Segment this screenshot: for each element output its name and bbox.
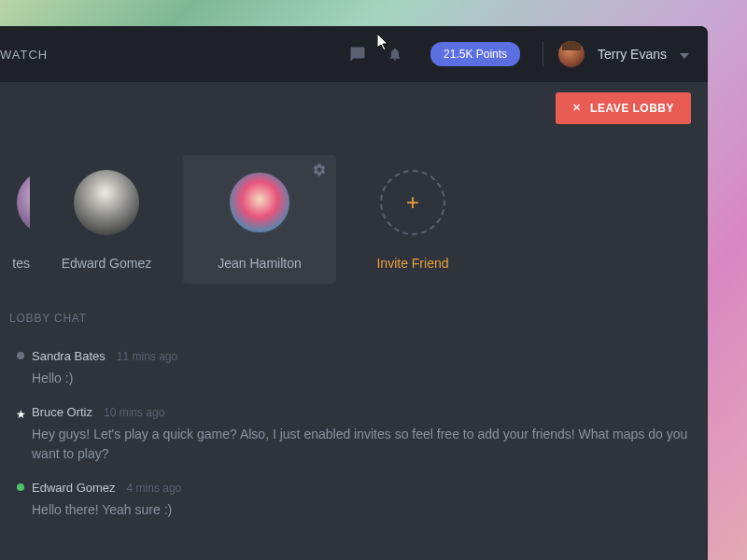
plus-icon: +	[406, 189, 419, 216]
message-text: Hey guys! Let's play a quick game? Also,…	[32, 425, 689, 464]
status-indicator	[9, 349, 32, 359]
bell-icon[interactable]	[386, 45, 404, 63]
player-avatar	[227, 170, 292, 235]
invite-label: Invite Friend	[376, 256, 448, 271]
player-name-fragment: tes	[12, 256, 30, 271]
app-panel: WATCH 21.5K Points Terry Evans ✕ LEAVE L…	[0, 26, 708, 560]
player-avatar	[74, 170, 139, 235]
players-row: tes Edward Gomez Jean Hamilton + Invite …	[0, 134, 708, 284]
message-text: Hello there! Yeah sure :)	[32, 500, 689, 520]
username-label: Terry Evans	[598, 47, 667, 62]
gear-icon[interactable]	[312, 162, 327, 181]
close-icon: ✕	[572, 102, 582, 114]
message-author: Edward Gomez	[32, 481, 116, 495]
leave-lobby-button[interactable]: ✕ LEAVE LOBBY	[556, 92, 691, 124]
status-indicator	[9, 481, 32, 491]
player-name: Edward Gomez	[62, 256, 151, 271]
player-avatar	[17, 170, 30, 235]
points-badge[interactable]: 21.5K Points	[430, 42, 520, 66]
message-author: Bruce Ortiz	[32, 405, 92, 419]
brand-text: WATCH	[0, 48, 48, 62]
player-name: Jean Hamilton	[218, 256, 302, 271]
invite-friend-card[interactable]: + Invite Friend	[336, 155, 489, 284]
header-bar: WATCH 21.5K Points Terry Evans	[0, 26, 708, 82]
lobby-chat: LOBBY CHAT Sandra Bates 11 mins ago Hell…	[0, 284, 708, 533]
message-text: Hello :)	[32, 369, 689, 388]
invite-circle[interactable]: +	[380, 170, 445, 235]
leave-lobby-label: LEAVE LOBBY	[590, 102, 674, 115]
chat-title: LOBBY CHAT	[9, 312, 708, 325]
header-divider	[543, 41, 543, 67]
player-card[interactable]: Edward Gomez	[30, 155, 183, 284]
host-star-icon: ★	[9, 405, 32, 421]
subheader: ✕ LEAVE LOBBY	[0, 82, 708, 134]
message-time: 10 mins ago	[104, 406, 164, 419]
chat-icon[interactable]	[348, 45, 367, 63]
player-card-selected[interactable]: Jean Hamilton	[183, 155, 336, 284]
chat-message: ★ Bruce Ortiz 10 mins ago Hey guys! Let'…	[9, 401, 708, 477]
chat-message: Sandra Bates 11 mins ago Hello :)	[9, 345, 708, 401]
player-card-partial[interactable]: tes	[0, 155, 30, 284]
message-time: 4 mins ago	[127, 482, 182, 495]
message-time: 11 mins ago	[117, 350, 177, 363]
message-author: Sandra Bates	[32, 349, 106, 363]
user-menu-chevron-icon[interactable]	[680, 46, 689, 63]
chat-message: Edward Gomez 4 mins ago Hello there! Yea…	[9, 477, 708, 533]
user-avatar[interactable]	[558, 41, 585, 67]
